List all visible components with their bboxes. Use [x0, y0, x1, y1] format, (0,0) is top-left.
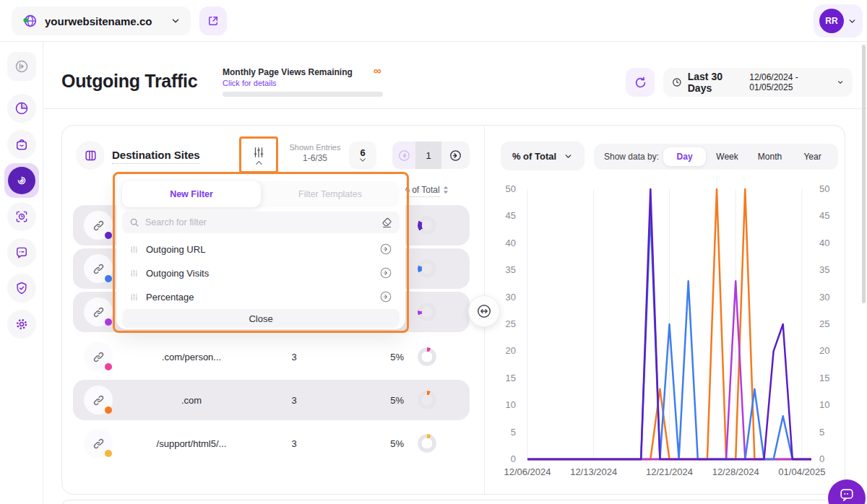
- resize-horizontal-icon: [476, 303, 492, 319]
- date-range-selector[interactable]: Last 30 Days 12/06/2024 - 01/05/2025: [663, 68, 853, 97]
- tab-filter-templates[interactable]: Filter Templates: [261, 181, 400, 207]
- svg-text:35: 35: [506, 264, 516, 275]
- sidebar-item-store[interactable]: [7, 130, 36, 159]
- svg-text:20: 20: [819, 345, 829, 356]
- sidebar: [0, 42, 43, 504]
- filter-item-outgoing-url[interactable]: Outgoing URL: [122, 238, 400, 260]
- shown-entries-value: 1-6/35: [289, 153, 341, 163]
- sidebar-item-feedback[interactable]: [7, 238, 36, 267]
- row-pct: 5%: [362, 352, 404, 362]
- sidebar-item-settings[interactable]: [7, 310, 36, 339]
- svg-text:30: 30: [506, 292, 516, 303]
- chevron-down-icon: [837, 78, 844, 87]
- svg-text:15: 15: [819, 373, 829, 383]
- tab-new-filter[interactable]: New Filter: [122, 181, 261, 207]
- sidebar-item-sessions[interactable]: [7, 202, 36, 231]
- refresh-button[interactable]: [626, 68, 655, 97]
- filter-button[interactable]: [242, 139, 275, 171]
- metric-label: % of Total: [512, 151, 556, 162]
- refresh-icon: [634, 76, 647, 90]
- site-name: yourwebsitename.co: [45, 15, 163, 27]
- svg-text:12/21/2024: 12/21/2024: [646, 466, 693, 477]
- period-week[interactable]: Week: [706, 147, 749, 166]
- svg-text:12/06/2024: 12/06/2024: [504, 466, 551, 477]
- link-icon-wrap: [84, 297, 113, 326]
- row-url: /support/html5/...: [101, 438, 282, 449]
- prev-page-button[interactable]: [392, 142, 415, 169]
- mpv-progress-bar: [223, 92, 383, 97]
- row-pct: 5%: [362, 395, 404, 406]
- site-selector[interactable]: yourwebsitename.co: [12, 6, 191, 35]
- arrow-right-circle-icon: [379, 243, 392, 256]
- date-range-label: Last 30 Days: [688, 71, 741, 94]
- next-page-button[interactable]: [441, 142, 470, 169]
- filter-popup-tabs: New Filter Filter Templates: [122, 181, 400, 207]
- mpv-details-link[interactable]: Click for details: [223, 79, 277, 87]
- page-size-selector[interactable]: 6: [349, 142, 376, 169]
- filter-sliders-icon: [252, 146, 265, 159]
- row-color-dot: [105, 275, 112, 282]
- filter-search[interactable]: [122, 212, 400, 233]
- panel-resize-handle[interactable]: [468, 295, 500, 327]
- sidebar-item-collapse[interactable]: [7, 52, 36, 81]
- outgoing-traffic-icon: [14, 173, 29, 188]
- chat-icon: [14, 246, 29, 260]
- svg-text:10: 10: [506, 399, 516, 410]
- donut-indicator: [418, 347, 436, 366]
- period-day[interactable]: Day: [663, 147, 706, 166]
- donut-indicator: [418, 259, 436, 278]
- close-button[interactable]: Close: [122, 309, 400, 328]
- chevron-down-icon: [359, 157, 366, 162]
- svg-text:5: 5: [819, 427, 824, 438]
- svg-text:45: 45: [506, 210, 516, 221]
- table-row[interactable]: /support/html5/... 3 5%: [73, 423, 470, 464]
- svg-text:45: 45: [819, 210, 829, 221]
- table-title[interactable]: Destination Sites: [112, 149, 200, 164]
- table-row[interactable]: .com 3 5%: [73, 380, 470, 420]
- period-month[interactable]: Month: [749, 147, 791, 166]
- traffic-chart: 12/06/202412/13/202412/21/202412/28/2024…: [497, 181, 837, 480]
- svg-text:50: 50: [819, 183, 829, 194]
- donut-indicator: [418, 391, 436, 409]
- row-visits: 3: [272, 352, 316, 362]
- sort-icon: [442, 186, 449, 194]
- svg-text:50: 50: [506, 183, 516, 194]
- sidebar-item-security[interactable]: [7, 274, 36, 303]
- clock-icon: [672, 77, 682, 88]
- row-visits: 3: [272, 395, 316, 406]
- sliders-icon: [129, 269, 139, 278]
- open-site-button[interactable]: [199, 6, 227, 35]
- next-panel-edge: [61, 500, 845, 504]
- metric-selector[interactable]: % of Total: [501, 142, 585, 170]
- period-year[interactable]: Year: [791, 147, 834, 166]
- eraser-icon[interactable]: [381, 217, 392, 228]
- filter-item-outgoing-visits[interactable]: Outgoing Visits: [122, 262, 400, 284]
- avatar: RR: [819, 9, 844, 33]
- svg-text:25: 25: [819, 318, 829, 329]
- chevron-down-icon: [847, 17, 857, 26]
- collapse-icon: [14, 59, 29, 74]
- account-menu[interactable]: RR: [814, 4, 863, 38]
- sidebar-item-overview[interactable]: [7, 94, 36, 123]
- filter-item-percentage[interactable]: Percentage: [122, 286, 400, 308]
- table-row[interactable]: .com/person... 3 5%: [73, 336, 470, 377]
- row-url: .com/person...: [101, 352, 282, 362]
- top-bar: yourwebsitename.co RR: [0, 0, 867, 42]
- arrow-right-circle-icon: [449, 149, 462, 162]
- chevron-up-icon: [255, 160, 263, 165]
- row-pct: 5%: [362, 438, 404, 449]
- row-color-dot: [105, 407, 112, 414]
- svg-text:30: 30: [819, 292, 829, 303]
- filter-search-input[interactable]: [145, 217, 376, 227]
- svg-text:35: 35: [819, 264, 829, 275]
- svg-text:12/13/2024: 12/13/2024: [570, 466, 617, 477]
- scrollbar-thumb[interactable]: [862, 45, 866, 303]
- chevron-down-icon: [171, 16, 181, 26]
- arrow-right-circle-icon: [379, 290, 392, 303]
- row-visits: 3: [272, 438, 316, 449]
- svg-text:5: 5: [511, 427, 516, 438]
- sidebar-item-outgoing-traffic[interactable]: [4, 163, 39, 198]
- donut-indicator: [418, 303, 436, 321]
- donut-indicator: [418, 434, 436, 453]
- svg-text:01/04/2025: 01/04/2025: [778, 466, 825, 477]
